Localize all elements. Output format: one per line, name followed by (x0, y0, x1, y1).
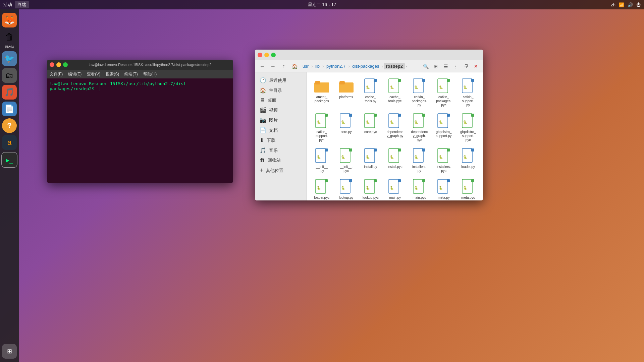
file-installers-pyc[interactable]: 🐍 installers.pyc (432, 145, 455, 175)
dock-item-amazon[interactable]: a (2, 135, 17, 150)
fm-grid-view-btn[interactable]: ⊞ (431, 62, 440, 71)
loader-pyc-label: loader.pyc (314, 196, 330, 200)
breadcrumb-rosdep2[interactable]: rosdep2 (384, 63, 405, 69)
terminal-label[interactable]: 终端 (15, 1, 29, 8)
dock-item-help[interactable]: ? (2, 118, 17, 133)
file-dependency-graph-pyc[interactable]: 🐍 dependency_graph.pyc (408, 111, 431, 144)
fm-max-btn[interactable] (271, 53, 276, 57)
file-install-py[interactable]: 🐍 install.py (359, 145, 382, 175)
fm-menu-btn[interactable]: ⋮ (451, 62, 460, 71)
sidebar-item-music[interactable]: 🎵 音乐 (256, 145, 305, 155)
fm-close-btn[interactable] (258, 53, 262, 57)
catkin-support-pyc-icon: 🐍 (314, 113, 329, 129)
file-platforms[interactable]: platforms (335, 76, 358, 109)
activities-button[interactable]: 活动 (3, 2, 12, 8)
term-menu-view[interactable]: 查看(V) (87, 71, 100, 77)
file-install-pyc[interactable]: 🐍 install.pyc (383, 145, 407, 175)
file-loader-py[interactable]: 🐍 loader.py (457, 145, 480, 175)
term-menu-terminal[interactable]: 终端(T) (124, 71, 138, 77)
fm-min-btn[interactable] (264, 53, 269, 57)
svg-rect-68 (349, 179, 352, 182)
file-core-py[interactable]: 🐍 core.py (335, 111, 358, 144)
file-cache-tools-pyc[interactable]: 🐍 cache_tools.pyc (383, 76, 407, 109)
fm-up-btn[interactable]: ↑ (279, 62, 288, 71)
loader-pyc-icon: 🐍 (314, 178, 329, 195)
file-cache-tools-py[interactable]: 🐍 cache_tools.py (359, 76, 382, 109)
file-gbpdistro-support-py[interactable]: 🐍 gbpdistro_support.py (432, 111, 455, 144)
svg-rect-80 (447, 179, 450, 182)
dock-item-thunderbird[interactable]: 🐦 (2, 51, 17, 66)
svg-text:🐍: 🐍 (317, 120, 321, 124)
dock-item-rhythmbox[interactable]: 🎵 (2, 85, 17, 100)
wifi-icon: 📶 (619, 2, 624, 7)
svg-rect-77 (422, 179, 425, 182)
breadcrumb-lib[interactable]: lib (313, 63, 322, 69)
sidebar-item-download[interactable]: ⬇ 下载 (256, 135, 305, 145)
sidebar-item-doc[interactable]: 📄 文档 (256, 125, 305, 135)
fm-filegrid: ament_packages platforms (307, 72, 483, 200)
file-init-pyc[interactable]: 🐍 __init__.pyc (335, 145, 358, 175)
fm-forward-btn[interactable]: → (268, 62, 278, 71)
sidebar-item-recent[interactable]: 🕐 最近使用 (256, 75, 305, 85)
file-dependency-graph-py[interactable]: 🐍 dependency_graph.py (383, 111, 407, 144)
dock-item-terminal[interactable]: ▶_ (1, 152, 17, 168)
lookup-pyc-label: lookup.pyc (363, 196, 379, 200)
breadcrumb-dist-packages[interactable]: dist-packages (350, 63, 381, 69)
term-menu-help[interactable]: 帮助(H) (143, 71, 157, 77)
file-main-pyc[interactable]: 🐍 main.pyc (408, 176, 431, 200)
dock-item-files[interactable]: 🗂 (2, 68, 17, 83)
sidebar-item-desktop[interactable]: 🖥 桌面 (256, 96, 305, 105)
lang-indicator[interactable]: zh (611, 2, 615, 7)
file-main-py[interactable]: 🐍 main.py (383, 176, 407, 200)
dock-item-trash[interactable]: 🗑 回收站 (2, 29, 17, 49)
fm-back-btn[interactable]: ← (258, 62, 267, 71)
file-ament-packages[interactable]: ament_packages (310, 76, 333, 109)
terminal-close-btn[interactable] (50, 62, 54, 67)
taskbar-right: zh 📶 🔊 ⏻ (611, 2, 641, 7)
file-lookup-py[interactable]: 🐍 lookup.py (335, 176, 358, 200)
sidebar-item-photo[interactable]: 📷 图片 (256, 115, 305, 125)
fm-restore-btn[interactable]: 🗗 (462, 62, 470, 71)
breadcrumb-python27[interactable]: python2.7 (324, 63, 347, 69)
file-catkin-support-py[interactable]: 🐍 catkin_support.py (457, 76, 480, 109)
sidebar-item-home[interactable]: 🏠 主目录 (256, 85, 305, 95)
fm-home-btn[interactable]: 🏠 (290, 62, 299, 71)
terminal-max-btn[interactable] (63, 62, 68, 67)
installers-pyc-icon: 🐍 (436, 147, 451, 164)
core-py-icon: 🐍 (339, 113, 354, 129)
file-catkin-packages-pyc[interactable]: 🐍 catkin_packages.pyc (432, 76, 455, 109)
terminal-body[interactable]: law@law-Lenovo-Rescuer-15ISK:/usr/lib/py… (47, 78, 233, 183)
sidebar-item-other[interactable]: + 其他位置 (256, 165, 305, 176)
fm-close-x-btn[interactable]: ✕ (472, 62, 480, 71)
sidebar-label-trash: 回收站 (268, 157, 281, 163)
dock-item-libreoffice[interactable]: 📄 (2, 102, 17, 116)
file-catkin-support-pyc[interactable]: 🐍 catkin_support.pyc (310, 111, 333, 144)
video-icon: 🎬 (260, 107, 266, 113)
file-catkin-packages-py[interactable]: 🐍 catkin_packages.py (408, 76, 431, 109)
fm-list-view-btn[interactable]: ☰ (441, 62, 450, 71)
term-menu-edit[interactable]: 编辑(E) (68, 71, 82, 77)
system-menu-icon[interactable]: ⏻ (636, 2, 641, 7)
svg-rect-20 (471, 79, 474, 82)
file-core-pyc[interactable]: 🐍 core.pyc (359, 111, 382, 144)
term-menu-file[interactable]: 文件(F) (50, 71, 63, 77)
file-installers-py[interactable]: 🐍 installers.py (408, 145, 431, 175)
sidebar-item-trash[interactable]: 🗑 回收站 (256, 156, 305, 165)
dock-item-apps[interactable]: ⊞ (2, 344, 17, 359)
fm-search-btn[interactable]: 🔍 (421, 62, 430, 71)
catkin-support-pyc-label: catkin_support.pyc (316, 130, 328, 142)
breadcrumb-usr[interactable]: usr (301, 63, 311, 69)
terminal-min-btn[interactable] (56, 62, 61, 67)
dock-item-firefox[interactable]: 🦊 (2, 13, 17, 27)
file-meta-pyc[interactable]: 🐍 meta.pyc (457, 176, 480, 200)
catkin-support-py-label: catkin_support.py (462, 95, 474, 107)
home-icon: 🏠 (260, 87, 266, 94)
dependency-graph-py-label: dependency_graph.py (387, 130, 404, 138)
sidebar-item-video[interactable]: 🎬 视频 (256, 105, 305, 115)
file-loader-pyc[interactable]: 🐍 loader.pyc (310, 176, 333, 200)
file-gbpdistro-support-pyc[interactable]: 🐍 gbpdistro_support.pyc (457, 111, 480, 144)
file-meta-py[interactable]: 🐍 meta.py (432, 176, 455, 200)
term-menu-search[interactable]: 搜索(S) (106, 71, 119, 77)
file-lookup-pyc[interactable]: 🐍 lookup.pyc (359, 176, 382, 200)
file-init-py[interactable]: 🐍 __init__.py (310, 145, 333, 175)
